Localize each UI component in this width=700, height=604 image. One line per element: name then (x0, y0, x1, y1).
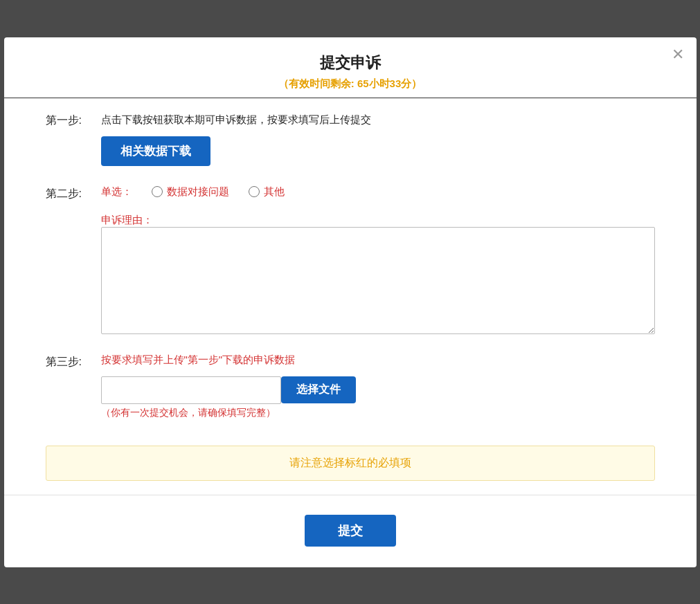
dialog-subtitle: （有效时间剩余: 65小时33分） (18, 77, 683, 91)
file-input-display (101, 376, 281, 404)
divider (4, 495, 697, 495)
reason-textarea[interactable] (101, 227, 655, 334)
radio-option-2-label: 其他 (264, 185, 285, 199)
radio-label: 单选： (101, 185, 132, 199)
radio-option-2[interactable]: 其他 (249, 185, 285, 199)
step3-label: 第三步: (46, 354, 101, 369)
file-upload-group: 选择文件 (101, 376, 655, 404)
step3-content: 按要求填写并上传"第一步"下载的申诉数据 选择文件 （你有一次提交机会，请确保填… (101, 354, 655, 419)
notice-text: 请注意选择标红的必填项 (289, 457, 411, 468)
reason-label: 申诉理由： (101, 210, 156, 227)
dialog-footer: 提交 (4, 509, 697, 547)
step1-label: 第一步: (46, 112, 101, 128)
reason-row: 申诉理由： (101, 210, 655, 334)
subtitle-prefix: （有效时间剩余: (278, 77, 357, 89)
file-hint: （你有一次提交机会，请确保填写完整） (101, 407, 655, 419)
step2-content: 单选： 数据对接问题 其他 (101, 185, 655, 334)
step2-label: 第二步: (46, 185, 101, 201)
dialog-title: 提交申诉 (18, 53, 683, 73)
submit-button[interactable]: 提交 (305, 515, 396, 547)
step1-content: 点击下载按钮获取本期可申诉数据，按要求填写后上传提交 相关数据下载 (101, 112, 655, 166)
modal-overlay: 提交申诉 （有效时间剩余: 65小时33分） ✕ 第一步: 点击下载按钮获取本期… (0, 0, 700, 604)
step1-row: 第一步: 点击下载按钮获取本期可申诉数据，按要求填写后上传提交 相关数据下载 (46, 112, 655, 166)
choose-file-button[interactable]: 选择文件 (281, 376, 356, 403)
radio-input-2[interactable] (249, 186, 260, 197)
step1-description: 点击下载按钮获取本期可申诉数据，按要求填写后上传提交 (101, 112, 655, 127)
radio-option-1[interactable]: 数据对接问题 (152, 185, 229, 199)
step3-row: 第三步: 按要求填写并上传"第一步"下载的申诉数据 选择文件 （你有一次提交机会… (46, 354, 655, 419)
radio-option-1-label: 数据对接问题 (167, 185, 229, 199)
notice-bar: 请注意选择标红的必填项 (46, 446, 655, 481)
dialog: 提交申诉 （有效时间剩余: 65小时33分） ✕ 第一步: 点击下载按钮获取本期… (4, 37, 697, 567)
subtitle-suffix: ） (411, 77, 422, 89)
step2-row: 第二步: 单选： 数据对接问题 其他 (46, 185, 655, 334)
radio-input-1[interactable] (152, 186, 163, 197)
close-button[interactable]: ✕ (672, 47, 684, 62)
download-button[interactable]: 相关数据下载 (101, 136, 210, 166)
step3-description: 按要求填写并上传"第一步"下载的申诉数据 (101, 354, 655, 367)
subtitle-time: 65小时33分 (357, 77, 411, 89)
radio-row: 单选： 数据对接问题 其他 (101, 185, 655, 199)
dialog-body: 第一步: 点击下载按钮获取本期可申诉数据，按要求填写后上传提交 相关数据下载 第… (4, 105, 697, 446)
dialog-header: 提交申诉 （有效时间剩余: 65小时33分） ✕ (4, 37, 697, 98)
